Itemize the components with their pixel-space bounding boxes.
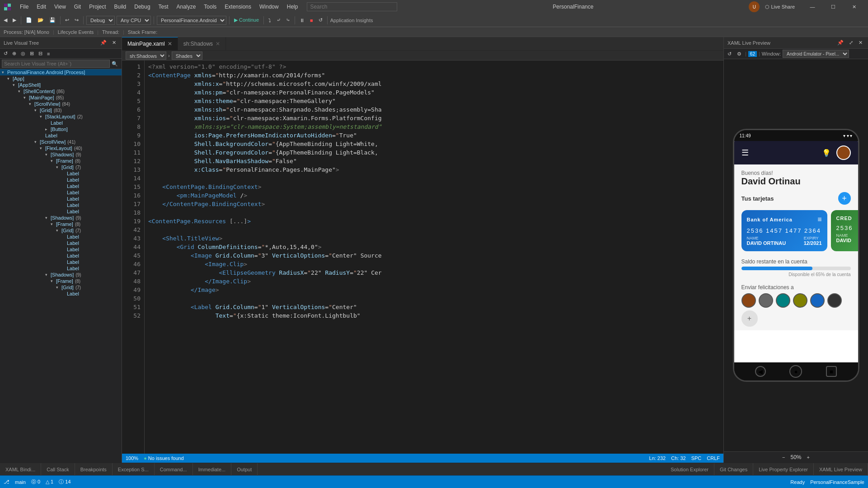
cpu-config-dropdown[interactable]: Any CPU bbox=[117, 16, 151, 25]
tree-item[interactable]: ▾ [Grid] (7) bbox=[0, 164, 122, 170]
tree-item[interactable]: ▾ [Shadows] (9) bbox=[0, 272, 122, 278]
tree-item[interactable]: Label bbox=[0, 202, 122, 208]
menu-window[interactable]: Window bbox=[256, 3, 282, 11]
tree-item[interactable]: ▾ [App] bbox=[0, 75, 122, 82]
step-into-button[interactable]: ⤶ bbox=[275, 16, 282, 24]
maximize-button[interactable]: ☐ bbox=[823, 0, 844, 14]
tree-item[interactable]: ▾ [Shadows] (9) bbox=[0, 151, 122, 158]
forward-button[interactable]: ▶ bbox=[11, 16, 18, 24]
tree-item[interactable]: Label bbox=[0, 253, 122, 259]
tab-close-icon[interactable]: ✕ bbox=[216, 41, 220, 47]
editor-tab-mainpage[interactable]: MainPage.xaml ✕ bbox=[122, 37, 178, 50]
save-button[interactable]: 💾 bbox=[47, 16, 57, 24]
open-button[interactable]: 📂 bbox=[36, 16, 46, 24]
tree-item[interactable]: ▾ PersonalFinance.Android [Process] bbox=[0, 69, 122, 75]
xaml-preview-popout-button[interactable]: ⤢ bbox=[847, 39, 855, 47]
live-tree-pin-button[interactable]: 📌 bbox=[99, 39, 108, 47]
contact-avatar-1[interactable] bbox=[741, 293, 756, 308]
step-over-button[interactable]: ⤵ bbox=[267, 17, 273, 24]
tree-item[interactable]: Label bbox=[0, 259, 122, 265]
tree-item[interactable]: Label bbox=[0, 246, 122, 253]
tree-item[interactable]: ▾ [Frame] (8) bbox=[0, 278, 122, 284]
tree-item[interactable]: ▾ [Frame] (8) bbox=[0, 158, 122, 164]
contact-avatar-3[interactable] bbox=[776, 293, 790, 308]
live-share-button[interactable]: ⬡ Live Share bbox=[763, 3, 797, 11]
tree-item[interactable]: ▾ [Shadows] (9) bbox=[0, 215, 122, 221]
tab-immediate[interactable]: Immediate... bbox=[193, 463, 232, 476]
step-out-button[interactable]: ⤷ bbox=[284, 16, 292, 24]
undo-button[interactable]: ↩ bbox=[63, 16, 71, 24]
contact-avatar-2[interactable] bbox=[759, 293, 773, 308]
close-button[interactable]: ✕ bbox=[844, 0, 864, 14]
add-card-button[interactable]: + bbox=[838, 192, 851, 205]
hamburger-icon[interactable]: ☰ bbox=[741, 148, 749, 158]
home-nav-button[interactable]: ● bbox=[789, 365, 802, 378]
back-nav-button[interactable]: ◀ bbox=[755, 366, 766, 377]
tree-item[interactable]: Label bbox=[0, 177, 122, 183]
tree-item[interactable]: ▾ [MainPage] (85) bbox=[0, 94, 122, 101]
tree-item[interactable]: Label bbox=[0, 196, 122, 202]
tree-item[interactable]: Label bbox=[0, 234, 122, 240]
menu-test[interactable]: Test bbox=[155, 3, 172, 11]
live-tree-search-button[interactable]: 🔍 bbox=[110, 60, 120, 68]
contact-avatar-4[interactable] bbox=[793, 293, 807, 308]
tree-item[interactable]: ▾ [Grid] (7) bbox=[0, 284, 122, 291]
menu-build[interactable]: Build bbox=[111, 3, 130, 11]
code-content[interactable]: <?xml version="1.0" encoding="utf-8" ?><… bbox=[145, 61, 723, 454]
zoom-out-button[interactable]: − bbox=[780, 454, 787, 461]
contact-avatar-5[interactable] bbox=[810, 293, 825, 308]
menu-extensions[interactable]: Extensions bbox=[221, 3, 255, 11]
tree-item[interactable]: Label bbox=[0, 132, 122, 139]
tree-item[interactable]: Label bbox=[0, 265, 122, 272]
live-tree-refresh-button[interactable]: ↺ bbox=[2, 50, 9, 57]
debug-config-dropdown[interactable]: Debug bbox=[86, 16, 115, 25]
tree-item[interactable]: ▾ [StackLayout] (2) bbox=[0, 113, 122, 120]
menu-git[interactable]: Git bbox=[70, 3, 84, 11]
tree-item[interactable]: ▸ [Button] bbox=[0, 126, 122, 132]
tree-item[interactable]: ▾ [Frame] (8) bbox=[0, 221, 122, 227]
tab-call-stack[interactable]: Call Stack bbox=[41, 463, 75, 476]
tree-item[interactable]: ▾ [ScrollView] (84) bbox=[0, 101, 122, 107]
tree-item[interactable]: ▾ [Grid] (83) bbox=[0, 107, 122, 113]
menu-file[interactable]: File bbox=[16, 3, 32, 11]
breadcrumb-dropdown-1[interactable]: sh:Shadows bbox=[126, 52, 166, 60]
tree-item[interactable]: Label bbox=[0, 208, 122, 215]
tree-item[interactable]: ▾ [ScrollView] (41) bbox=[0, 139, 122, 145]
preview-settings-button[interactable]: ⚙ bbox=[735, 50, 743, 58]
preview-refresh-button[interactable]: ↺ bbox=[726, 50, 733, 58]
menu-project[interactable]: Project bbox=[85, 3, 109, 11]
xaml-preview-pin-button[interactable]: 📌 bbox=[835, 39, 845, 47]
tab-xaml-live-preview[interactable]: XAML Live Preview bbox=[814, 463, 868, 476]
zoom-in-button[interactable]: + bbox=[805, 454, 812, 461]
live-tree-search-input[interactable] bbox=[2, 60, 110, 68]
add-contact-button[interactable]: + bbox=[741, 310, 758, 327]
tree-item[interactable]: ▾ [FlexLayout] (40) bbox=[0, 145, 122, 151]
tree-item[interactable]: ▾ [AppShell] bbox=[0, 82, 122, 88]
emulator-select[interactable]: Android Emulator - Pixel... bbox=[783, 50, 849, 58]
redo-button[interactable]: ↪ bbox=[73, 16, 80, 24]
breadcrumb-dropdown-2[interactable]: Shades bbox=[172, 52, 202, 60]
menu-help[interactable]: Help bbox=[283, 3, 302, 11]
menu-debug[interactable]: Debug bbox=[131, 3, 154, 11]
editor-tab-shadows[interactable]: sh:Shadows ✕ bbox=[178, 37, 226, 50]
global-search-input[interactable] bbox=[307, 2, 397, 11]
tab-output[interactable]: Output bbox=[231, 463, 258, 476]
xaml-preview-close-button[interactable]: ✕ bbox=[857, 39, 864, 47]
tab-git-changes[interactable]: Git Changes bbox=[714, 463, 753, 476]
menu-view[interactable]: View bbox=[51, 3, 70, 11]
new-file-button[interactable]: 📄 bbox=[24, 16, 34, 24]
tree-item[interactable]: Label bbox=[0, 189, 122, 196]
menu-tools[interactable]: Tools bbox=[200, 3, 220, 11]
continue-button[interactable]: ▶ Continue bbox=[232, 16, 261, 24]
tab-solution-explorer[interactable]: Solution Explorer bbox=[665, 463, 714, 476]
tab-command-window[interactable]: Command... bbox=[155, 463, 193, 476]
live-tree-filter-button[interactable]: ≡ bbox=[45, 50, 52, 57]
live-tree-collapse-button[interactable]: ⊟ bbox=[37, 50, 44, 57]
restart-button[interactable]: ↺ bbox=[317, 16, 324, 24]
recents-nav-button[interactable]: ■ bbox=[826, 366, 837, 377]
menu-edit[interactable]: Edit bbox=[33, 3, 50, 11]
live-tree-track-button[interactable]: ◎ bbox=[19, 50, 27, 57]
tab-xaml-binding[interactable]: XAML Bindi... bbox=[0, 463, 41, 476]
tree-item[interactable]: Label bbox=[0, 183, 122, 189]
back-button[interactable]: ◀ bbox=[2, 16, 9, 24]
